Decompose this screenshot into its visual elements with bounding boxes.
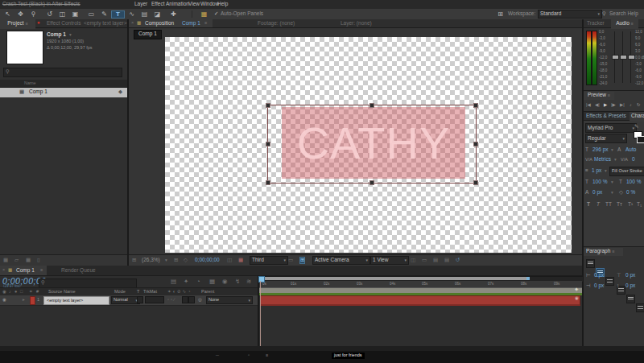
clone-stamp-tool-icon[interactable]: ▤ (138, 11, 151, 18)
align-left-button[interactable] (586, 259, 595, 268)
trkmat-box[interactable] (145, 296, 164, 303)
last-frame-button[interactable]: ▶| (620, 103, 625, 108)
handle-bottom-right[interactable] (473, 180, 478, 185)
loop-button[interactable]: ↻ (637, 103, 641, 108)
magnification-caret-icon[interactable]: ▾ (165, 258, 167, 263)
stroke-width-caret-icon[interactable]: ▾ (605, 169, 607, 174)
flowchart-button-icon[interactable]: ▤ (444, 258, 449, 263)
brush-tool-icon[interactable]: ∿ (126, 11, 138, 18)
tab-effects-presets[interactable]: Effects & Presets (586, 113, 626, 119)
baseline-caret-icon[interactable]: ▾ (611, 191, 613, 196)
t-switch-box[interactable] (137, 296, 143, 303)
close-icon[interactable]: × (131, 21, 134, 26)
handle-bottom-left[interactable] (266, 180, 270, 185)
viewer-menu-icon[interactable]: ≡ (204, 21, 207, 26)
first-frame-button[interactable]: |◀ (586, 103, 591, 108)
pen-tool-icon[interactable]: ✎ (98, 11, 110, 18)
tracking-value[interactable]: 0 (632, 157, 635, 163)
channels-icon[interactable]: ▦ (238, 258, 243, 263)
selection-bounding-box[interactable] (267, 105, 477, 184)
pan-behind-tool-icon[interactable]: ▣ (69, 11, 81, 18)
rotate-tool-icon[interactable]: ↺ (43, 11, 56, 18)
parent-dropdown[interactable]: None ▾ (206, 296, 253, 304)
menu-item-view[interactable]: View (188, 2, 200, 7)
header-mode[interactable]: Mode (114, 290, 126, 295)
handle-top-center[interactable] (369, 103, 374, 108)
tab-project[interactable]: Project ≡ (0, 19, 35, 29)
project-comp-name[interactable]: Comp 1 (47, 32, 66, 38)
baseline-shift-value[interactable]: 0 px (592, 190, 602, 196)
timeline-options-icon[interactable]: ≡ (266, 353, 268, 358)
auto-open-label[interactable]: Auto-Open Panels (221, 11, 263, 17)
mask-visibility-icon[interactable]: ◇ (184, 258, 188, 263)
playhead-line[interactable] (260, 281, 261, 346)
time-navigator-bar[interactable] (264, 277, 528, 280)
magnification-value[interactable]: (26,3%) (142, 258, 160, 263)
font-size-value[interactable]: 296 px (592, 147, 609, 153)
justify-all-button[interactable] (636, 303, 644, 312)
frame-blend-icon[interactable]: ▦ (209, 278, 215, 285)
layer-bar-end-icon[interactable]: ◉ (575, 296, 579, 301)
type-tool-icon[interactable]: T (111, 10, 125, 19)
tab-timeline-comp[interactable]: × ▦ Comp 1 ≡ (0, 266, 47, 275)
faux-italic-button[interactable]: T (597, 202, 600, 208)
layer-switch-icons[interactable]: ▫▫∕ (167, 298, 176, 303)
layer-name-text[interactable]: <empty text layer> (47, 299, 83, 303)
header-t[interactable]: T (137, 290, 139, 295)
always-preview-icon[interactable]: ⊞ (132, 258, 136, 263)
layer-video-icon[interactable]: ◉ (2, 298, 6, 303)
views-dropdown[interactable]: 1 View ▾ (370, 256, 409, 265)
stroke-color-swatch[interactable] (637, 136, 644, 143)
header-number[interactable]: # (36, 290, 39, 295)
fast-preview-icon[interactable]: ▭ (422, 258, 427, 263)
motion-blur-icon[interactable]: ◉ (222, 278, 228, 285)
comp-marker-bin-icon[interactable]: ◈ (575, 287, 578, 292)
timeline-button-icon[interactable]: ▤ (433, 258, 438, 263)
timeline-zoom-out-icon[interactable]: ─ (216, 353, 219, 358)
tab-effect-controls[interactable]: Effect Controls (47, 21, 81, 27)
handle-mid-right[interactable] (473, 142, 478, 146)
layer-name-box[interactable]: <empty text layer> (43, 296, 109, 305)
snapshot-icon[interactable]: ◫ (227, 258, 232, 263)
new-comp-icon[interactable]: ▦ (26, 258, 31, 263)
brainstorm-icon[interactable]: ↯ (235, 278, 240, 285)
navigator-end-handle[interactable] (526, 277, 530, 280)
tab-footage[interactable]: Footage: (none) (258, 21, 295, 27)
align-right-button[interactable] (605, 277, 614, 286)
camera-tool-icon[interactable]: ◫ (56, 11, 68, 18)
leading-value[interactable]: Auto (625, 147, 636, 153)
tab-preview[interactable]: Preview ≡ (584, 92, 614, 100)
project-item-row[interactable]: ▦ Comp 1 ◆ (0, 88, 127, 97)
menu-item-effect[interactable]: Effect (151, 2, 165, 7)
layer-duration-bar[interactable] (260, 295, 580, 306)
handle-top-right[interactable] (473, 103, 478, 108)
subscript-button[interactable]: T₁ (637, 202, 642, 208)
faux-bold-button[interactable]: T (587, 202, 590, 208)
indent-first-value[interactable]: 0 px (625, 273, 635, 278)
pixel-aspect-icon[interactable]: ◫ (411, 258, 415, 263)
switch-box-2[interactable] (188, 296, 195, 303)
comp-name-caret-icon[interactable]: ▾ (69, 33, 72, 38)
timeline-close-icon[interactable]: × (2, 268, 5, 273)
trash-icon[interactable]: ▯ (37, 258, 40, 263)
timeline-menu-icon[interactable]: ≡ (40, 268, 43, 273)
blend-mode-dropdown[interactable]: Normal ▾ (111, 296, 140, 304)
exposure-icon[interactable]: ↺ (456, 258, 460, 263)
hide-shy-icon[interactable]: ◔ (196, 278, 200, 285)
header-source-name[interactable]: Source Name (48, 290, 76, 295)
menu-item-help[interactable]: Help (217, 2, 228, 7)
tab-audio[interactable]: Audio ≡ (611, 19, 638, 29)
vertical-scale-value[interactable]: 100 % (592, 179, 607, 185)
workspace-dropdown[interactable]: Standard ▾ (538, 10, 602, 19)
menu-item-window[interactable]: Window (200, 2, 219, 7)
new-folder-icon[interactable]: ▱ (14, 258, 19, 263)
eyedropper-icon[interactable]: ✎ (634, 124, 638, 130)
play-button[interactable]: ▶ (604, 103, 607, 108)
zoom-tool-icon[interactable]: ⚲ (27, 11, 39, 18)
selection-tool-icon[interactable]: ↖ (2, 11, 14, 18)
header-parent[interactable]: Parent (201, 290, 214, 295)
handle-mid-left[interactable] (266, 142, 270, 146)
slider-handle-right[interactable] (628, 55, 635, 60)
all-caps-button[interactable]: TT (605, 202, 612, 208)
switch-box-1[interactable] (182, 296, 188, 303)
